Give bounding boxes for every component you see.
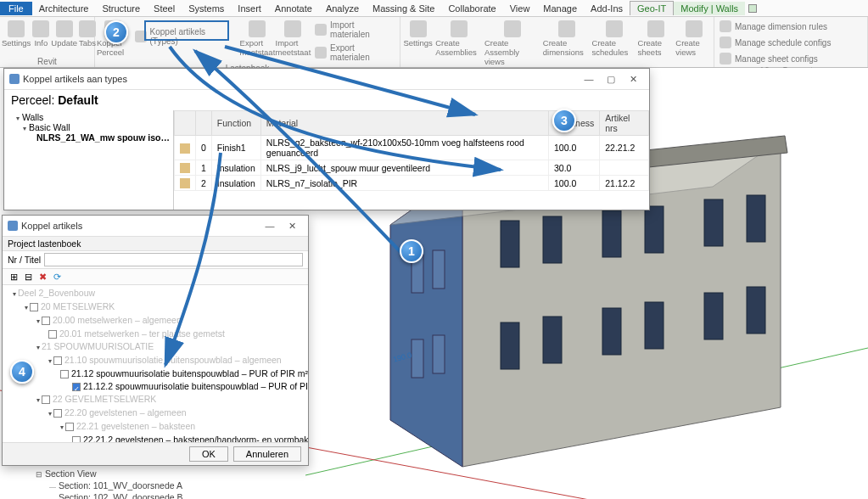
tab-annotate[interactable]: Annotate [268, 2, 319, 15]
highlight-koppel-artikels [144, 20, 229, 41]
table-row[interactable]: 0Finish1NLRS_g2_baksteen_wf-210x100x50-1… [175, 136, 649, 160]
contextual-checkbox[interactable] [748, 4, 757, 13]
tab-modify-walls[interactable]: Modify | Walls [674, 2, 745, 15]
tab-collaborate[interactable]: Collaborate [441, 2, 502, 15]
svg-rect-16 [704, 293, 723, 339]
cancel-button[interactable]: Annuleren [233, 446, 301, 462]
tree-node[interactable]: 22.21 gevelstenen – baksteen [6, 420, 305, 434]
avg-create-assemblies[interactable]: Create Assemblies [435, 19, 483, 59]
avg-create-dimensions[interactable]: Create dimensions [543, 19, 591, 59]
dialog-title: Koppel artikels aan types [23, 74, 574, 84]
dialog-koppel-artikels: Koppel artikels — ✕ Project lastenboek N… [2, 215, 309, 466]
dialog-title: Koppel artikels [21, 221, 255, 231]
svg-rect-17 [747, 287, 765, 334]
avg-create-schedules[interactable]: Create schedules [592, 19, 636, 59]
row-edit-icon[interactable] [180, 143, 190, 154]
ribbon-body: Settings Info Update Tabs Revit Koppel P… [0, 17, 868, 68]
svg-rect-7 [543, 216, 562, 263]
avg-settings[interactable]: Settings [402, 19, 434, 49]
checkbox[interactable] [53, 409, 62, 418]
checkbox[interactable] [72, 383, 81, 391]
svg-rect-15 [645, 302, 664, 349]
tree-node[interactable]: 22 GEVELMETSELWERK [6, 393, 305, 406]
perceel-header: Perceel: Default [4, 90, 649, 110]
section-view-fragment: Section View Section: 101_WV_doorsnede A… [36, 468, 183, 499]
svg-rect-11 [747, 195, 765, 242]
svg-rect-13 [543, 317, 562, 363]
tab-manage[interactable]: Manage [536, 2, 584, 15]
tree-node[interactable]: 21.10 spouwmuurisolatie buitenspouwblad … [6, 354, 305, 367]
dialog-koppel-types: Koppel artikels aan types — ▢ ✕ Perceel:… [3, 68, 650, 210]
article-tree[interactable]: Deel 2_Bovenbouw20 METSELWERK20.00 metse… [3, 285, 308, 442]
tree-node[interactable]: 20.00 metselwerken – algemeen [6, 314, 305, 328]
ok-button[interactable]: OK [189, 446, 228, 462]
checkbox[interactable] [48, 330, 57, 339]
refresh-icon[interactable]: ⟳ [51, 271, 63, 283]
close-button[interactable]: ✕ [281, 218, 303, 233]
close-button[interactable]: ✕ [622, 71, 644, 87]
svg-rect-19 [433, 250, 445, 289]
type-tree[interactable]: Walls Basic Wall NLRS_21_WA_mw spouw iso… [4, 110, 174, 210]
table-row[interactable]: 1InsulationNLRS_j9_lucht_spouw muur geve… [175, 160, 649, 176]
svg-rect-12 [501, 322, 519, 369]
checkbox[interactable] [53, 356, 62, 365]
btn-update[interactable]: Update [51, 19, 77, 49]
maximize-button[interactable]: ▢ [600, 71, 622, 87]
avg-create-sheets[interactable]: Create sheets [638, 19, 675, 59]
minimize-button[interactable]: — [259, 218, 281, 233]
tab-geoit[interactable]: Geo-IT [630, 1, 674, 15]
vg-dimension-rules[interactable]: Manage dimension rules [716, 19, 834, 34]
tree-node[interactable]: 20.01 metselwerken – ter plaatse gemetst [6, 328, 305, 340]
tab-view[interactable]: View [503, 2, 537, 15]
checkbox[interactable] [42, 317, 50, 325]
delete-icon[interactable]: ✖ [36, 271, 48, 283]
filter-input[interactable] [44, 253, 303, 266]
badge-4: 4 [10, 360, 34, 384]
tree-node[interactable]: 21.12 spouwmuurisolatie buitenspouwblad … [6, 367, 305, 380]
tab-systems[interactable]: Systems [182, 2, 231, 15]
btn-export-meetstaat[interactable]: Export meetstaat [240, 19, 274, 59]
tree-node[interactable]: 22.20 gevelstenen – algemeen [6, 406, 305, 420]
avg-create-views2[interactable]: Create views [675, 19, 712, 59]
collapse-icon[interactable]: ⊟ [22, 271, 34, 283]
expand-icon[interactable]: ⊞ [8, 271, 20, 283]
btn-settings[interactable]: Settings [2, 19, 31, 49]
tab-architecture[interactable]: Architecture [32, 2, 96, 15]
checkbox[interactable] [30, 303, 38, 311]
ribbon-tabs: File Architecture Structure Steel System… [0, 0, 868, 17]
checkbox[interactable] [72, 436, 81, 442]
tab-structure[interactable]: Structure [95, 2, 147, 15]
row-edit-icon[interactable] [180, 178, 190, 188]
checkbox[interactable] [42, 395, 50, 404]
checkbox[interactable] [65, 423, 74, 431]
minimize-button[interactable]: — [578, 71, 600, 87]
tree-node[interactable]: 21.12.2 spouwmuurisolatie buitenspouwbla… [6, 380, 305, 393]
avg-create-views[interactable]: Create Assembly views [484, 19, 541, 68]
checkbox[interactable] [60, 370, 69, 378]
svg-rect-8 [602, 210, 621, 257]
btn-import-materialen[interactable]: Import materialen [311, 19, 398, 41]
tree-node[interactable]: 22.21.2 gevelstenen – bakstenen/handvorm… [6, 434, 305, 442]
row-edit-icon[interactable] [180, 163, 190, 173]
table-row[interactable]: 2InsulationNLRS_n7_isolatie_PIR100.021.1… [175, 176, 649, 191]
materials-table[interactable]: Function Material Thickness Artikel nrs … [174, 110, 649, 210]
tab-steel[interactable]: Steel [147, 2, 182, 15]
tree-node[interactable]: Deel 2_Bovenbouw [6, 287, 305, 300]
btn-import-meetstaat[interactable]: Import meetstaat [276, 19, 310, 59]
tab-analyze[interactable]: Analyze [319, 2, 366, 15]
tree-node[interactable]: 20 METSELWERK [6, 300, 305, 314]
vg-schedule-configs[interactable]: Manage schedule configs [716, 35, 834, 50]
tab-insert[interactable]: Insert [231, 2, 268, 15]
tab-file[interactable]: File [0, 2, 32, 15]
tab-addins[interactable]: Add-Ins [584, 2, 630, 15]
btn-tabs[interactable]: Tabs [79, 19, 96, 49]
badge-2: 2 [104, 20, 128, 44]
btn-info[interactable]: Info [32, 19, 49, 49]
svg-rect-9 [645, 206, 664, 253]
badge-3: 3 [552, 109, 576, 132]
vg-sheet-configs[interactable]: Manage sheet configs [716, 51, 834, 66]
tree-node[interactable]: 21 SPOUWMUURISOLATIE [6, 340, 305, 354]
btn-export-materialen[interactable]: Export materialen [311, 42, 398, 64]
svg-rect-6 [501, 221, 519, 267]
tab-massing[interactable]: Massing & Site [366, 2, 441, 15]
